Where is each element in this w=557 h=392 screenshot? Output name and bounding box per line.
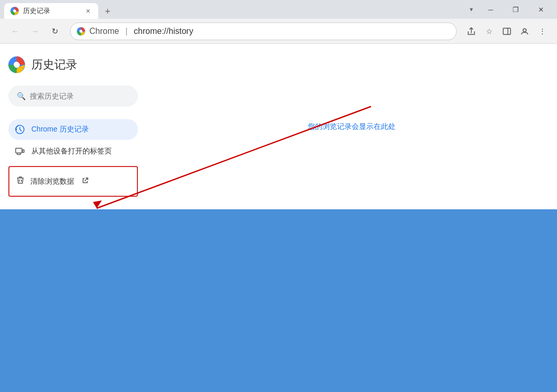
window-controls: ─ ❐ ✕ xyxy=(479,0,553,19)
page-content: 历史记录 🔍 Chrome 历史记录 xyxy=(0,44,557,209)
sidebar-item-chrome-history[interactable]: Chrome 历史记录 xyxy=(8,119,138,140)
toolbar: ← → ↻ Chrome | chrome://history xyxy=(0,19,557,44)
bookmark-button[interactable]: ☆ xyxy=(481,23,497,40)
clear-data-label: 清除浏览数据 xyxy=(30,177,74,186)
main-content: 您的浏览记录会显示在此处 xyxy=(146,44,557,209)
close-button[interactable]: ✕ xyxy=(529,0,553,19)
sidebar-item-other-devices-label: 从其他设备打开的标签页 xyxy=(31,147,112,156)
svg-rect-4 xyxy=(503,28,510,34)
title-bar: 历史记录 ✕ + ▾ ─ ❐ ✕ xyxy=(0,0,557,19)
share-button[interactable] xyxy=(463,23,480,40)
history-icon xyxy=(15,124,25,135)
tab-title: 历史记录 xyxy=(23,6,79,16)
sidebar-toggle-button[interactable] xyxy=(498,23,515,40)
svg-rect-11 xyxy=(22,150,24,152)
external-link-icon xyxy=(82,177,89,186)
menu-button[interactable]: ⋮ xyxy=(534,23,551,40)
refresh-button[interactable]: ↻ xyxy=(46,22,64,40)
back-button[interactable]: ← xyxy=(6,22,24,40)
address-separator: | xyxy=(125,27,127,36)
svg-point-6 xyxy=(523,29,526,32)
chrome-logo xyxy=(8,56,25,73)
empty-history-message: 您的浏览记录会显示在此处 xyxy=(308,122,396,132)
devices-icon xyxy=(15,146,25,157)
page-title: 历史记录 xyxy=(31,57,77,73)
toolbar-right: ☆ ⋮ xyxy=(463,23,551,40)
active-tab[interactable]: 历史记录 ✕ xyxy=(4,3,98,19)
browser-window: 历史记录 ✕ + ▾ ─ ❐ ✕ ← → ↻ xyxy=(0,0,557,392)
tab-favicon xyxy=(10,7,19,15)
clear-data-box[interactable]: 清除浏览数据 xyxy=(8,166,138,197)
address-brand: Chrome xyxy=(89,27,119,36)
search-input[interactable] xyxy=(30,92,130,100)
address-url: chrome://history xyxy=(134,27,193,36)
tab-close-button[interactable]: ✕ xyxy=(84,7,92,15)
minimize-button[interactable]: ─ xyxy=(479,0,503,19)
tab-area: 历史记录 ✕ + xyxy=(4,0,464,19)
address-bar[interactable]: Chrome | chrome://history xyxy=(70,22,457,40)
search-bar[interactable]: 🔍 xyxy=(8,86,138,106)
sidebar-item-chrome-history-label: Chrome 历史记录 xyxy=(31,125,89,134)
search-icon: 🔍 xyxy=(17,92,26,100)
address-favicon xyxy=(77,27,85,35)
forward-button[interactable]: → xyxy=(26,22,44,40)
page-header: 历史记录 xyxy=(8,56,138,73)
new-tab-button[interactable]: + xyxy=(100,4,115,19)
profile-button[interactable] xyxy=(516,23,533,40)
restore-button[interactable]: ❐ xyxy=(504,0,528,19)
svg-rect-10 xyxy=(16,148,22,153)
tab-dropdown-button[interactable]: ▾ xyxy=(464,2,479,17)
sidebar-item-other-devices[interactable]: 从其他设备打开的标签页 xyxy=(8,141,138,162)
sidebar: 历史记录 🔍 Chrome 历史记录 xyxy=(0,44,146,209)
trash-icon xyxy=(16,175,25,187)
